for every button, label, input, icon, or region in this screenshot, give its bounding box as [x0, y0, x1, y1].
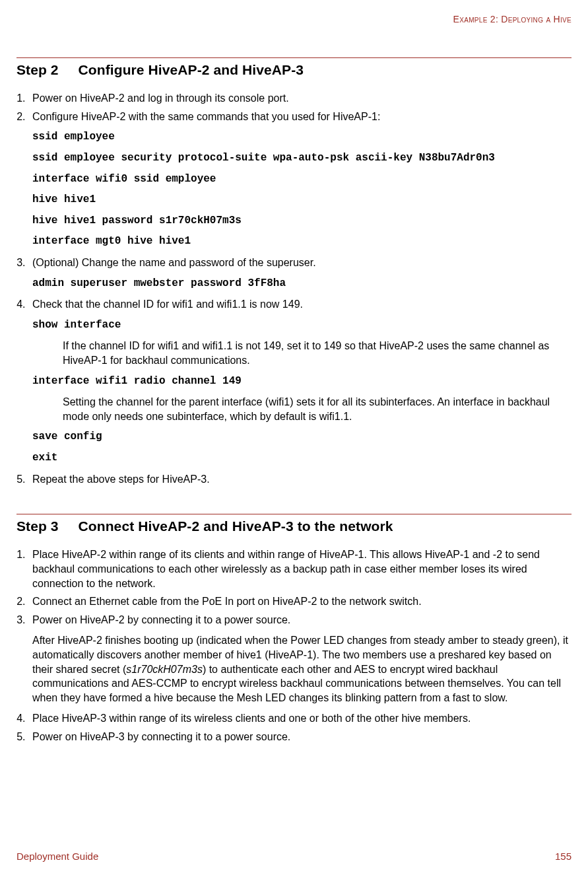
list-text: Power on HiveAP-2 and log in through its…	[32, 92, 289, 104]
command-text: ssid employee	[32, 130, 572, 145]
list-text: Power on HiveAP-3 by connecting it to a …	[32, 731, 290, 742]
shared-secret: s1r70ckH07m3s	[126, 664, 203, 675]
command-text: show interface	[32, 318, 572, 333]
note-text: Setting the channel for the parent inter…	[63, 395, 572, 423]
list-item: (Optional) Change the name and password …	[28, 256, 572, 291]
step3-heading: Step 3 Connect HiveAP-2 and HiveAP-3 to …	[16, 517, 572, 536]
running-head: Example 2: Deploying a Hive	[16, 13, 572, 26]
command-text: admin superuser mwebster password 3fF8ha	[32, 277, 572, 291]
step-title-text: Configure HiveAP-2 and HiveAP-3	[79, 62, 304, 77]
command-text: hive hive1 password s1r70ckH07m3s	[32, 214, 572, 229]
command-text: interface mgt0 hive hive1	[32, 234, 572, 249]
list-item: Power on HiveAP-2 and log in through its…	[28, 91, 572, 106]
command-text: exit	[32, 451, 572, 466]
command-text: hive hive1	[32, 193, 572, 207]
footer-left: Deployment Guide	[16, 850, 98, 863]
list-item: Place HiveAP-2 within range of its clien…	[28, 547, 572, 590]
step3-list: Place HiveAP-2 within range of its clien…	[16, 547, 572, 744]
list-item: Power on HiveAP-2 by connecting it to a …	[28, 613, 572, 705]
section-rule	[16, 57, 572, 58]
list-item: Connect an Ethernet cable from the PoE I…	[28, 594, 572, 609]
step-label: Step 2	[16, 61, 75, 79]
list-item: Repeat the above steps for HiveAP-3.	[28, 472, 572, 487]
list-item: Power on HiveAP-3 by connecting it to a …	[28, 730, 572, 744]
note-text: If the channel ID for wifi1 and wifi1.1 …	[63, 339, 572, 367]
section-rule	[16, 514, 572, 514]
command-text: interface wifi0 ssid employee	[32, 172, 572, 187]
command-text: interface wifi1 radio channel 149	[32, 374, 572, 389]
page-footer: Deployment Guide 155	[16, 850, 572, 863]
list-text: Repeat the above steps for HiveAP-3.	[32, 474, 210, 485]
list-text: Connect an Ethernet cable from the PoE I…	[32, 596, 422, 607]
list-text: Place HiveAP-2 within range of its clien…	[32, 549, 540, 588]
list-item: Check that the channel ID for wifi1 and …	[28, 297, 572, 465]
step2-heading: Step 2 Configure HiveAP-2 and HiveAP-3	[16, 61, 572, 79]
step2-list: Power on HiveAP-2 and log in through its…	[16, 91, 572, 486]
paragraph: After HiveAP-2 finishes booting up (indi…	[32, 633, 572, 705]
list-text: Check that the channel ID for wifi1 and …	[32, 299, 303, 310]
list-text: Configure HiveAP-2 with the same command…	[32, 111, 380, 122]
command-text: ssid employee security protocol-suite wp…	[32, 151, 572, 166]
list-item: Configure HiveAP-2 with the same command…	[28, 110, 572, 249]
step-title-text: Connect HiveAP-2 and HiveAP-3 to the net…	[79, 518, 393, 534]
list-text: Place HiveAP-3 within range of its wirel…	[32, 713, 471, 724]
command-text: save config	[32, 430, 572, 444]
list-item: Place HiveAP-3 within range of its wirel…	[28, 711, 572, 726]
step-label: Step 3	[16, 517, 75, 536]
page: Example 2: Deploying a Hive Step 2 Confi…	[0, 0, 588, 879]
list-text: Power on HiveAP-2 by connecting it to a …	[32, 614, 290, 625]
list-text: (Optional) Change the name and password …	[32, 257, 316, 268]
page-number: 155	[555, 850, 572, 863]
